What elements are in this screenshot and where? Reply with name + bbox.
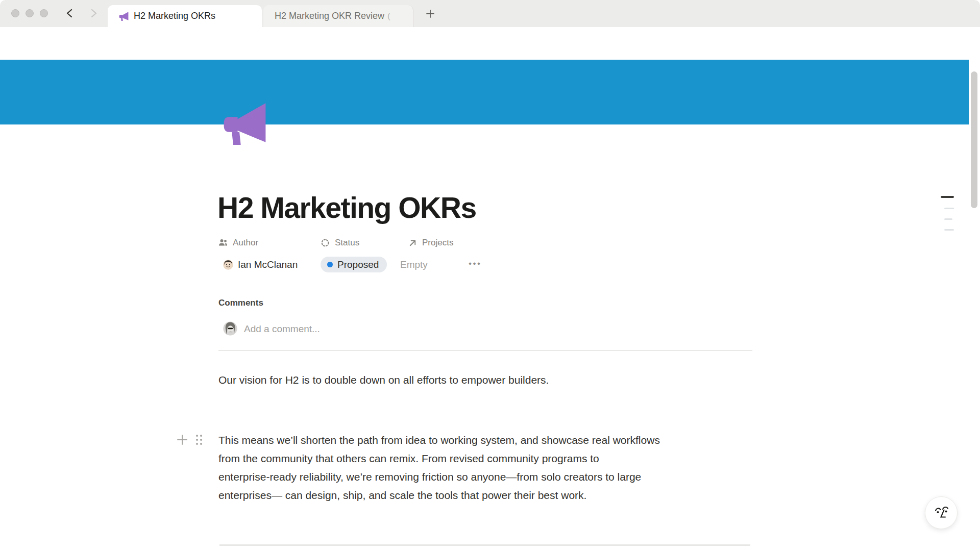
scrollbar-thumb[interactable] [971,71,977,208]
comments-heading: Comments [218,298,263,308]
status-badge: Proposed [321,257,387,272]
drag-handle-icon[interactable] [194,433,204,446]
tab-label-suffix: ( [387,11,390,21]
people-icon [218,238,228,247]
page-title[interactable]: H2 Marketing OKRs [217,191,476,224]
block-divider [219,544,750,546]
property-value-author[interactable]: Ian McClanan [223,257,298,272]
property-label: Projects [422,238,453,248]
comment-avatar [223,321,237,336]
add-comment-input[interactable]: Add a comment... [244,323,320,335]
property-status[interactable]: Status [321,238,359,248]
zoom-window-button[interactable] [40,9,48,17]
tab-h2-marketing-okrs[interactable]: H2 Marketing OKRs [108,5,262,27]
property-projects[interactable]: Projects [408,238,453,248]
face-icon [932,504,950,522]
arrow-up-right-icon [408,239,417,247]
status-badge-label: Proposed [337,259,379,270]
property-author[interactable]: Author [218,238,258,248]
tab-label: H2 Marketing OKRs [134,11,215,21]
plus-icon [425,9,435,19]
forward-icon[interactable] [88,8,99,19]
add-block-icon[interactable] [176,433,189,446]
tab-label: H2 Marketing OKR Review [275,11,384,21]
toc-line[interactable] [944,218,952,220]
property-empty-value: Empty [400,259,428,270]
paragraph-block[interactable]: Our vision for H2 is to double down on a… [218,371,760,389]
toc-line[interactable] [944,208,954,209]
property-person-name: Ian McClanan [238,259,298,270]
block-handles [176,433,207,447]
back-icon[interactable] [64,8,76,19]
breadcrumb-toolbar: Acme HQ / Docs / H2 Marketing OKRs Edite… [0,27,980,60]
section-divider [218,350,752,351]
page-megaphone-icon[interactable] [223,101,267,145]
property-value-projects[interactable]: Empty [400,257,428,272]
notion-window: H2 Marketing OKRs H2 Marketing OKR Revie… [0,0,980,551]
toc-line-active[interactable] [941,196,954,198]
properties-more-button[interactable]: ••• [469,259,481,269]
close-window-button[interactable] [11,9,19,17]
minimize-window-button[interactable] [26,9,34,17]
tab-bar: H2 Marketing OKRs H2 Marketing OKR Revie… [0,0,980,27]
toc-line[interactable] [944,229,954,231]
property-label: Status [335,238,359,248]
new-tab-button[interactable] [424,8,436,20]
tab-h2-marketing-okr-review[interactable]: H2 Marketing OKR Review ( [263,5,413,27]
property-value-status[interactable]: Proposed [321,257,387,272]
property-label: Author [233,238,258,248]
megaphone-icon [119,11,129,21]
status-spinner-icon [321,238,330,247]
notion-ai-face-button[interactable] [925,496,958,529]
paragraph-block[interactable]: This means we’ll shorten the path from i… [218,431,760,505]
status-dot-icon [327,262,333,267]
page-cover[interactable] [0,60,969,124]
avatar [223,260,233,270]
